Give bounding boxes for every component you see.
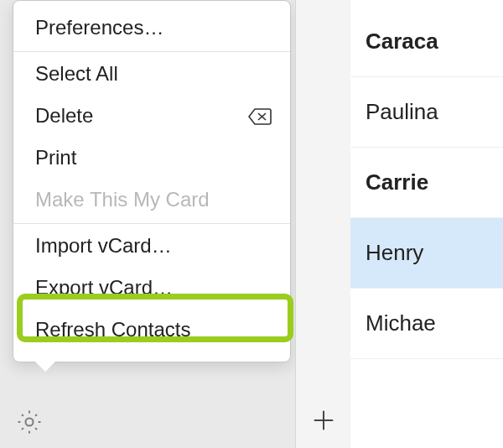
menu-item-select-all[interactable]: Select All [13,54,290,96]
menu-item-delete[interactable]: Delete [13,96,290,138]
menu-item-print[interactable]: Print [13,138,290,180]
groups-column [295,0,352,448]
menu-item-delete-label: Delete [35,104,93,127]
plus-icon [311,421,336,435]
delete-back-icon [248,108,272,125]
add-contact-button[interactable] [296,408,351,436]
contact-row[interactable]: Carrie [350,148,503,218]
contact-row[interactable]: Caraca [350,0,503,77]
menu-separator [13,223,290,224]
popover-pointer [35,362,55,372]
contact-row[interactable]: Michae [350,289,503,359]
svg-point-2 [25,418,33,425]
settings-gear-button[interactable] [15,408,44,436]
contact-row[interactable]: Henry [350,218,503,289]
screenshot-root: Preferences… Select All Delete Print Mak… [0,0,503,448]
contact-row[interactable]: Paulina [350,77,503,148]
contacts-list: Caraca Paulina Carrie Henry Michae [350,0,503,448]
menu-item-preferences[interactable]: Preferences… [13,8,290,49]
settings-popover: Preferences… Select All Delete Print Mak… [13,0,291,362]
menu-item-refresh-contacts[interactable]: Refresh Contacts [13,310,290,352]
menu-separator [13,51,290,52]
gear-icon [15,408,44,436]
menu-item-export-vcard[interactable]: Export vCard… [13,268,290,310]
menu-item-import-vcard[interactable]: Import vCard… [13,226,290,268]
menu-item-make-my-card: Make This My Card [13,180,290,221]
